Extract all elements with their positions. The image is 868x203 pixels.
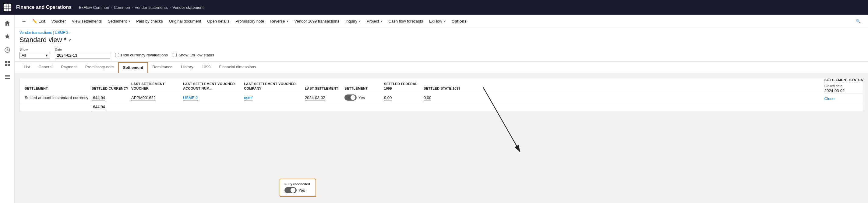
last-account-value[interactable]: USMF-2	[183, 95, 198, 101]
breadcrumb-common[interactable]: Common	[114, 5, 130, 10]
project-button[interactable]: Project ▾	[364, 18, 385, 25]
sidebar-item-menu[interactable]	[1, 71, 13, 83]
voucher-button[interactable]: Voucher	[49, 18, 68, 25]
original-document-button[interactable]: Original document	[166, 18, 204, 25]
breadcrumb-current: Vendor statement	[173, 5, 204, 10]
svg-rect-6	[5, 77, 10, 77]
options-button[interactable]: Options	[449, 18, 469, 25]
last-settlement-value: 2024-03-02	[305, 95, 325, 101]
status-title: SETTLEMENT STATUS	[825, 78, 863, 82]
exflow-chevron: ▾	[444, 20, 445, 23]
settlement-grid: SETTLEMENT Settled currency Last settlem…	[20, 78, 863, 112]
open-details-button[interactable]: Open details	[205, 18, 232, 25]
sidebar-item-workspaces[interactable]	[1, 57, 13, 69]
content-area: SETTLEMENT Settled currency Last settlem…	[14, 73, 868, 203]
settlement-sub-row: -644,94	[20, 103, 863, 112]
last-company-col: Last settlement voucher company	[244, 82, 296, 90]
settlement-col-header: SETTLEMENT	[25, 87, 48, 90]
sidebar-item-home[interactable]	[1, 17, 13, 29]
view-settlements-button[interactable]: View settlements	[69, 18, 104, 25]
tab-history[interactable]: History	[177, 62, 197, 73]
svg-rect-5	[5, 75, 10, 76]
promissory-note-button[interactable]: Promissory note	[233, 18, 267, 25]
tab-settlement[interactable]: Settlement	[118, 62, 148, 73]
settled-state-col: Settled state 1099	[424, 87, 461, 90]
toolbar: ← ✏️ Edit Voucher View settlements Settl…	[14, 14, 868, 28]
search-button[interactable]: 🔍	[854, 18, 863, 25]
svg-rect-1	[5, 61, 7, 63]
settlement-data-row: Settled amount in standard currency -644…	[20, 92, 863, 103]
edit-button[interactable]: ✏️ Edit	[30, 18, 48, 25]
page-header: Vendor transactions | USMF-2 : Standard …	[14, 28, 868, 45]
paid-by-checks-button[interactable]: Paid by checks	[134, 18, 165, 25]
last-voucher-account-col: Last settlement voucher account num...	[183, 82, 235, 90]
hide-currency-label[interactable]: Hide currency revaluations	[121, 53, 168, 57]
show-select[interactable]: All ▾	[20, 52, 50, 59]
back-button[interactable]: ←	[20, 17, 29, 26]
breadcrumb-sep-2: ›	[132, 5, 133, 9]
hide-currency-checkbox[interactable]	[115, 53, 119, 57]
date-filter: Date	[55, 48, 110, 59]
show-exflow-checkbox[interactable]	[173, 53, 177, 57]
settled-currency-col: Settled currency	[92, 87, 128, 90]
closed-date-value: 2024-03-02	[825, 88, 863, 94]
exflow-button[interactable]: ExFlow ▾	[427, 18, 448, 25]
settlement-col: Settlement	[344, 87, 368, 90]
settlement-toggle-label: Yes	[359, 95, 365, 100]
settlement-toggle[interactable]	[344, 94, 356, 100]
page-title: Standard view * ∨	[20, 36, 863, 44]
svg-rect-4	[8, 64, 10, 66]
app-title: Finance and Operations	[16, 5, 71, 10]
main-area: ← ✏️ Edit Voucher View settlements Settl…	[14, 14, 868, 203]
sub-amount: -644,94	[92, 105, 105, 110]
settlement-status-panel: SETTLEMENT STATUS Closed date 2024-03-02…	[825, 78, 863, 101]
app-grid-icon[interactable]	[4, 4, 11, 11]
top-nav: Finance and Operations ExFlow Common › C…	[0, 0, 868, 14]
show-filter: Show All ▾	[20, 48, 50, 59]
closed-date-row: Closed date 2024-03-02	[825, 84, 863, 94]
page-breadcrumb: Vendor transactions | USMF-2 :	[20, 30, 863, 35]
date-input[interactable]	[55, 52, 110, 59]
sidebar-item-favorites[interactable]	[1, 30, 13, 43]
settled-currency-value: -644,94	[92, 95, 105, 101]
last-voucher-value: APPM001622	[131, 95, 156, 101]
last-company-value[interactable]: usmf	[244, 95, 252, 101]
breadcrumb-vendor-statements[interactable]: Vendor statements	[135, 5, 167, 10]
filter-bar: Show All ▾ Date Hide currency revaluatio…	[14, 45, 868, 62]
reverse-button[interactable]: Reverse ▾	[268, 18, 290, 25]
settled-federal-col: Settled federal 1099	[384, 82, 417, 90]
show-label: Show	[20, 48, 50, 51]
vendor-1099-button[interactable]: Vendor 1099 transactions	[292, 18, 342, 25]
date-label: Date	[55, 48, 110, 51]
tab-remittance[interactable]: Remittance	[148, 62, 177, 73]
settlement-button[interactable]: Settlement ▾	[105, 18, 132, 25]
project-chevron: ▾	[381, 20, 382, 23]
inquiry-button[interactable]: Inquiry ▾	[343, 18, 363, 25]
sidebar-item-recent[interactable]	[1, 44, 13, 56]
reconciled-toggle[interactable]	[284, 187, 297, 193]
breadcrumb-exflow[interactable]: ExFlow Common	[79, 5, 109, 10]
settlement-toggle-wrap: Yes	[344, 94, 384, 100]
close-button[interactable]: Close	[825, 96, 835, 101]
reconciled-label: Fully reconciled	[284, 182, 311, 186]
settled-state-value: 0,00	[424, 95, 431, 101]
cash-flow-button[interactable]: Cash flow forecasts	[386, 18, 426, 25]
svg-rect-3	[5, 64, 7, 66]
fully-reconciled-box: Fully reconciled Yes	[280, 179, 316, 197]
tab-list[interactable]: List	[20, 62, 34, 73]
svg-rect-2	[8, 61, 10, 63]
tab-promissory-note[interactable]: Promissory note	[81, 62, 118, 73]
show-exflow-label[interactable]: Show ExFlow status	[179, 53, 214, 57]
tab-general[interactable]: General	[34, 62, 57, 73]
tab-payment[interactable]: Payment	[57, 62, 81, 73]
sidebar	[0, 14, 14, 203]
closed-date-label: Closed date	[825, 84, 863, 88]
settlement-description: Settled amount in standard currency	[25, 95, 88, 100]
tab-financial-dimensions[interactable]: Financial dimensions	[215, 62, 260, 73]
settlement-chevron: ▾	[128, 20, 130, 23]
search-icon: 🔍	[856, 19, 861, 24]
svg-rect-7	[5, 78, 10, 79]
reconciled-toggle-wrap: Yes	[284, 187, 311, 193]
view-dropdown-icon[interactable]: ∨	[68, 37, 71, 42]
tab-1099[interactable]: 1099	[197, 62, 215, 73]
